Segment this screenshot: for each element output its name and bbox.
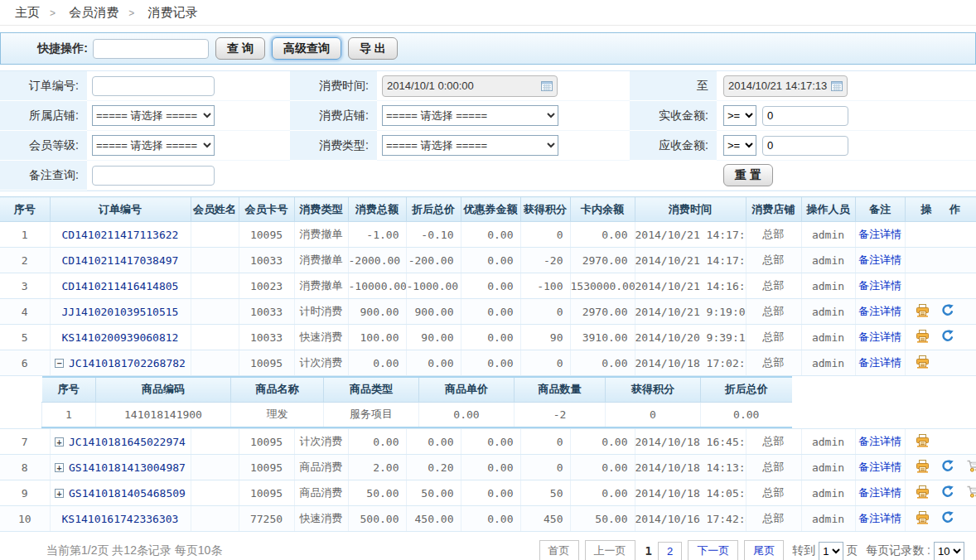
printer-icon[interactable]: [916, 485, 930, 501]
first-page-button[interactable]: 首页: [539, 540, 579, 560]
card-no-cell: 10033: [239, 248, 294, 273]
consume-time-from-input[interactable]: [387, 80, 539, 92]
points-cell: 50: [520, 480, 570, 506]
table-header-row: 序号 订单编号 会员姓名 会员卡号 消费类型 消费总额 折后总价 优惠券金额 获…: [0, 197, 976, 222]
printer-icon[interactable]: [916, 355, 930, 371]
sub-header-index: 序号: [42, 377, 96, 402]
row-index: 4: [0, 299, 50, 325]
balance-cell: 2970.00: [570, 299, 635, 325]
cart-icon[interactable]: [966, 485, 976, 500]
next-page-button[interactable]: 下一页: [688, 540, 738, 560]
member-level-select[interactable]: ===== 请选择 =====: [92, 135, 215, 156]
printer-icon[interactable]: [916, 434, 930, 450]
coupon-amount-cell: 0.00: [461, 350, 520, 376]
quick-search-input[interactable]: [93, 39, 209, 59]
remark-detail-link[interactable]: 备注详情: [858, 253, 901, 266]
consume-store-select[interactable]: ===== 请选择 =====: [382, 105, 558, 126]
collapse-icon[interactable]: −: [55, 359, 64, 368]
member-name-cell: [191, 480, 239, 506]
breadcrumb-member-consume[interactable]: 会员消费: [69, 5, 118, 19]
query-button[interactable]: 查 询: [215, 37, 265, 60]
order-link[interactable]: CD1410211417038497: [62, 254, 179, 267]
reset-button[interactable]: 重 置: [723, 164, 773, 186]
printer-icon[interactable]: [916, 460, 930, 476]
expand-icon[interactable]: +: [55, 489, 64, 498]
order-link[interactable]: JC1410181645022974: [69, 436, 186, 448]
points-cell: -20: [520, 248, 570, 273]
refresh-icon[interactable]: [941, 304, 954, 320]
card-no-cell: 10095: [239, 480, 294, 506]
prev-page-button[interactable]: 上一页: [585, 540, 635, 560]
member-name-cell: [191, 273, 239, 299]
advanced-query-button[interactable]: 高级查询: [272, 37, 341, 60]
expand-icon[interactable]: +: [55, 463, 64, 472]
own-store-select[interactable]: ===== 请选择 =====: [92, 105, 215, 126]
store-cell: 总部: [746, 299, 801, 325]
received-amount-input[interactable]: [762, 106, 848, 126]
remark-detail-link[interactable]: 备注详情: [858, 512, 901, 524]
remark-detail-link[interactable]: 备注详情: [858, 305, 901, 317]
order-link[interactable]: CD1410211417113622: [62, 229, 179, 241]
consume-type-cell: 消费撤单: [294, 273, 348, 299]
operator-cell: admin: [801, 248, 855, 273]
last-page-button[interactable]: 尾页: [744, 540, 784, 560]
order-no-input[interactable]: [92, 76, 215, 96]
remark-detail-link[interactable]: 备注详情: [858, 435, 901, 447]
breadcrumb-home[interactable]: 主页: [15, 5, 40, 19]
operator-cell: admin: [801, 455, 855, 480]
refresh-icon[interactable]: [941, 330, 954, 345]
goto-page-select[interactable]: 1: [819, 542, 843, 560]
remark-detail-link[interactable]: 备注详情: [858, 461, 901, 473]
consume-type-label: 消费类型:: [290, 131, 377, 161]
printer-icon[interactable]: [916, 304, 930, 320]
printer-icon[interactable]: [916, 511, 930, 527]
calendar-icon[interactable]: [831, 80, 843, 91]
operator-cell: admin: [801, 222, 855, 248]
remark-detail-link[interactable]: 备注详情: [858, 486, 901, 499]
order-link[interactable]: GS1410181405468509: [69, 487, 186, 500]
remark-detail-link[interactable]: 备注详情: [858, 331, 901, 343]
refresh-icon[interactable]: [941, 485, 954, 501]
order-link[interactable]: KS1410161742336303: [62, 513, 179, 525]
remark-detail-link[interactable]: 备注详情: [858, 228, 901, 240]
total-amount-cell: -10000.00: [348, 273, 406, 299]
order-link[interactable]: GS1410181413004987: [69, 461, 186, 474]
receivable-amount-operator-select[interactable]: >=: [723, 135, 756, 156]
calendar-icon[interactable]: [541, 80, 553, 91]
printer-icon[interactable]: [916, 330, 930, 345]
breadcrumb-consume-records: 消费记录: [147, 5, 197, 19]
per-page-select[interactable]: 10: [934, 542, 964, 560]
order-cell: KS1410200939060812: [50, 325, 191, 350]
header-order-no: 订单编号: [50, 197, 191, 222]
remark-detail-link[interactable]: 备注详情: [858, 356, 901, 369]
order-link[interactable]: KS1410200939060812: [62, 331, 179, 344]
coupon-amount-cell: 0.00: [461, 299, 520, 325]
export-button[interactable]: 导 出: [348, 37, 398, 60]
order-link[interactable]: CD1410211416414805: [62, 280, 179, 292]
received-amount-operator-select[interactable]: >=: [723, 105, 756, 126]
discounted-amount-cell: 0.00: [406, 429, 461, 455]
balance-cell: 2970.00: [570, 248, 635, 273]
refresh-icon[interactable]: [941, 460, 954, 476]
order-cell: −JC1410181702268782: [50, 350, 191, 376]
order-link[interactable]: JJ1410201039510515: [62, 306, 179, 318]
consume-time-to-input[interactable]: [728, 80, 829, 92]
order-link[interactable]: JC1410181702268782: [69, 357, 186, 369]
balance-cell: 0.00: [570, 429, 635, 455]
remark-detail-link[interactable]: 备注详情: [858, 279, 901, 292]
consume-time-cell: 2014/10/21 14:17:11: [635, 222, 746, 248]
quick-actions-bar: 快捷操作: 查 询 高级查询 导 出: [0, 32, 976, 65]
sub-header-quantity: 商品数量: [515, 377, 606, 402]
member-level-label: 会员等级:: [0, 131, 87, 161]
goto-label: 转到: [792, 543, 815, 558]
operator-cell: admin: [801, 480, 855, 506]
cart-icon[interactable]: [966, 460, 976, 475]
refresh-icon[interactable]: [941, 511, 954, 527]
subtable-header-row: 序号商品编码商品名称商品类型商品单价商品数量获得积分折后总价: [42, 377, 792, 402]
page-2-button[interactable]: 2: [658, 542, 682, 560]
receivable-amount-input[interactable]: [762, 136, 848, 156]
expand-icon[interactable]: +: [55, 437, 64, 447]
remark-query-input[interactable]: [92, 166, 215, 186]
table-row: 8+GS141018141300498710095商品消费2.000.200.0…: [0, 455, 976, 480]
consume-type-select[interactable]: ===== 请选择 =====: [382, 135, 558, 156]
